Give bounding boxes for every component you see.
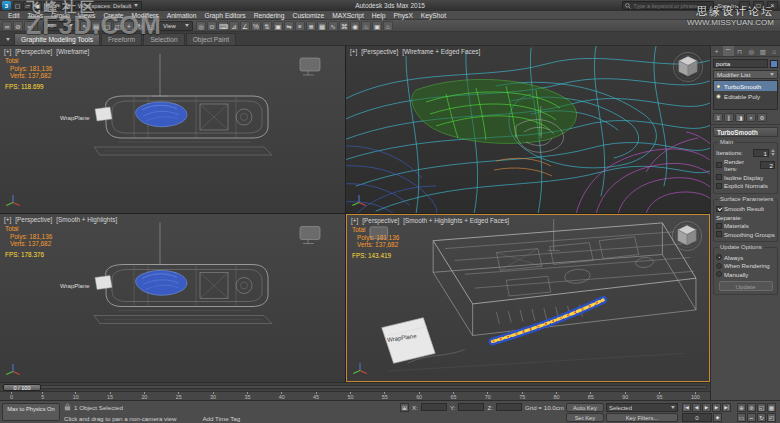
time-slider-handle[interactable]: 0 / 100 — [3, 384, 41, 391]
next-frame-button[interactable]: ▶ — [712, 403, 721, 412]
zoom-extents-icon[interactable]: ◱ — [757, 403, 766, 412]
close-button[interactable]: × — [767, 1, 778, 10]
menu-item[interactable]: Help — [368, 12, 390, 19]
named-selection-sets-icon[interactable]: ▣ — [273, 21, 283, 31]
percent-snap-icon[interactable]: % — [251, 21, 261, 31]
viewport-menu-plus[interactable]: [+] — [350, 48, 357, 55]
viewport-menu-view[interactable]: [Perspective] — [362, 217, 399, 224]
menu-item[interactable]: Group — [47, 12, 74, 19]
zoom-extents-all-icon[interactable]: ▦ — [767, 403, 776, 412]
material-editor-icon[interactable]: ◉ — [350, 21, 360, 31]
viewport-top-left[interactable]: [+] [Perspective] [Wireframe] Total Poly… — [0, 46, 345, 213]
track-bar[interactable]: 0 5 10 15 20 25 30 35 40 45 50 55 60 65 … — [0, 391, 710, 400]
ribbon-tab[interactable]: Graphite Modeling Tools — [14, 33, 100, 45]
lightbulb-icon[interactable] — [716, 94, 721, 99]
z-coordinate-field[interactable] — [496, 403, 522, 411]
viewport-menu-plus[interactable]: [+] — [4, 48, 11, 55]
create-tab-icon[interactable]: + — [711, 46, 723, 56]
viewport-menu-shading[interactable]: [Smooth + Highlights + Edged Faces] — [403, 217, 509, 224]
select-object-icon[interactable]: ↖ — [80, 21, 90, 31]
render-setup-icon[interactable]: ♨ — [361, 21, 371, 31]
selection-lock-icon[interactable] — [64, 403, 71, 411]
absolute-mode-toggle-icon[interactable]: ⊞ — [400, 403, 409, 412]
x-coordinate-field[interactable] — [421, 403, 447, 411]
time-slider[interactable]: 0 / 100 — [0, 382, 710, 391]
rollout-header[interactable]: TurboSmooth — [713, 127, 778, 137]
snaps-toggle-icon[interactable]: ⊿ — [229, 21, 239, 31]
viewcube[interactable] — [671, 50, 705, 84]
rendered-frame-icon[interactable]: ▣ — [372, 21, 382, 31]
sign-in-button[interactable]: Sign In — [717, 3, 736, 9]
search-box[interactable] — [622, 1, 714, 10]
use-pivot-center-icon[interactable]: ◎ — [196, 21, 206, 31]
maximize-viewport-icon[interactable]: ◰ — [767, 413, 776, 422]
key-mode-toggle-icon[interactable]: ◆ — [713, 413, 722, 422]
viewport-canvas-colored-wireframe[interactable] — [346, 46, 710, 213]
modifier-list-dropdown[interactable]: Modifier List — [713, 70, 778, 79]
align-icon[interactable]: ≡ — [295, 21, 305, 31]
schematic-view-icon[interactable]: ⌘ — [339, 21, 349, 31]
modifier-stack-item[interactable]: Editable Poly — [714, 91, 777, 101]
zoom-icon[interactable]: ⊕ — [737, 403, 746, 412]
modify-tab-icon[interactable]: ⌒ — [723, 46, 735, 56]
make-unique-icon[interactable]: ◨ — [735, 113, 745, 122]
motion-tab-icon[interactable]: ◎ — [746, 46, 758, 56]
ribbon-toggle-icon[interactable]: ▦ — [317, 21, 327, 31]
undo-icon[interactable]: ↶ — [43, 1, 52, 10]
menu-item[interactable]: MAXScript — [328, 12, 368, 19]
pin-stack-icon[interactable]: ⊻ — [713, 113, 723, 122]
viewport-menu-shading[interactable]: [Wireframe] — [56, 48, 89, 55]
smoothing-groups-checkbox[interactable] — [716, 231, 722, 237]
new-scene-icon[interactable]: ▢ — [13, 1, 22, 10]
unlink-selection-icon[interactable]: ⊘ — [13, 21, 23, 31]
menu-item[interactable]: Animation — [163, 12, 201, 19]
render-iters-checkbox[interactable] — [716, 162, 722, 168]
curve-editor-icon[interactable]: ∿ — [328, 21, 338, 31]
go-to-start-button[interactable]: |◀ — [682, 403, 691, 412]
viewport-canvas-perspective-box[interactable] — [347, 215, 709, 381]
isoline-display-checkbox[interactable] — [716, 174, 722, 180]
save-file-icon[interactable]: ▣ — [33, 1, 42, 10]
open-file-icon[interactable]: ▱ — [23, 1, 32, 10]
menu-item[interactable]: Modifiers — [128, 12, 163, 19]
object-color-swatch[interactable] — [770, 60, 778, 68]
menu-item[interactable]: Create — [99, 12, 127, 19]
add-time-tag[interactable]: Add Time Tag — [202, 415, 240, 422]
lightbulb-icon[interactable] — [716, 84, 721, 89]
restore-button[interactable]: □ — [753, 1, 764, 10]
menu-item[interactable]: PhysX — [390, 12, 417, 19]
menu-item[interactable]: Graph Editors — [200, 12, 249, 19]
viewport-menu-plus[interactable]: [+] — [4, 216, 11, 223]
time-slider-track[interactable] — [2, 385, 708, 389]
explicit-normals-checkbox[interactable] — [716, 183, 722, 189]
field-of-view-icon[interactable]: ▭ — [737, 413, 746, 422]
ribbon-expand-icon[interactable] — [3, 33, 13, 45]
key-selection-dropdown[interactable]: Selected — [606, 403, 678, 412]
viewport-menu-shading[interactable]: [Smooth + Highlights] — [56, 216, 117, 223]
when-rendering-radio[interactable] — [716, 263, 722, 269]
iterations-spinner[interactable] — [771, 149, 775, 156]
bind-to-spacewarp-icon[interactable]: ≈ — [24, 21, 34, 31]
key-filters-button[interactable]: Key Filters... — [606, 413, 678, 422]
menu-item[interactable]: Tools — [24, 12, 48, 19]
materials-checkbox[interactable] — [716, 223, 722, 229]
layer-manager-icon[interactable]: ≣ — [306, 21, 316, 31]
mirror-icon[interactable]: ⇋ — [284, 21, 294, 31]
utilities-tab-icon[interactable]: ⌂ — [769, 46, 780, 56]
auto-key-button[interactable]: Auto Key — [566, 403, 604, 412]
workspaces-dropdown[interactable]: Workspaces: Default — [74, 1, 142, 10]
modifier-stack-item[interactable]: TurboSmooth — [714, 81, 777, 91]
display-tab-icon[interactable]: ▥ — [757, 46, 769, 56]
viewport-menu-view[interactable]: [Perspective] — [361, 48, 398, 55]
viewport-menu-shading[interactable]: [Wireframe + Edged Faces] — [402, 48, 480, 55]
select-and-manipulate-icon[interactable]: ⊙ — [207, 21, 217, 31]
play-animation-button[interactable]: ▶ — [702, 403, 711, 412]
menu-item[interactable]: Views — [74, 12, 100, 19]
select-and-rotate-icon[interactable]: ↻ — [135, 21, 145, 31]
menu-item[interactable]: Customize — [289, 12, 329, 19]
viewport-top-right[interactable]: [+] [Perspective] [Wireframe + Edged Fac… — [346, 46, 710, 213]
show-end-result-icon[interactable]: ∥ — [724, 113, 734, 122]
ribbon-tab[interactable]: Object Paint — [186, 33, 236, 45]
current-frame-field[interactable]: 0 — [682, 413, 712, 422]
viewcube[interactable] — [670, 219, 704, 253]
